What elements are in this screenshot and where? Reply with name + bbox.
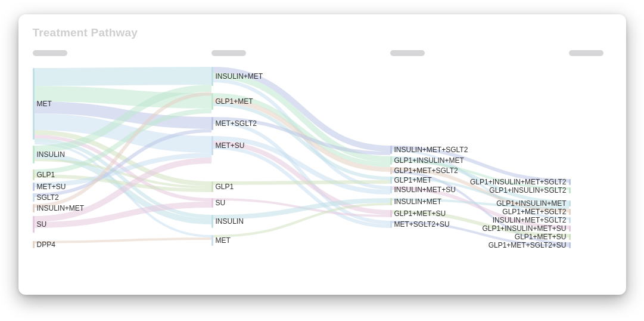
sankey-node-label: INSULIN+MET+SU xyxy=(394,186,456,193)
sankey-node-label: GLP1 xyxy=(216,183,234,190)
sankey-node[interactable]: MET+SU xyxy=(33,183,66,191)
sankey-node-label: GLP1+INSULIN+MET xyxy=(496,200,566,207)
sankey-node-bar xyxy=(390,177,392,184)
sankey-node[interactable]: GLP1+MET+SGLT2 xyxy=(502,209,570,215)
sankey-chart: METINSULINGLP1MET+SUSGLT2INSULIN+METSUDP… xyxy=(33,62,612,271)
sankey-node-bar xyxy=(33,68,35,140)
sankey-node[interactable]: GLP1+MET+SGLT2 xyxy=(390,167,458,174)
sankey-node[interactable]: INSULIN xyxy=(211,215,244,228)
sankey-node[interactable]: INSULIN+MET xyxy=(33,204,85,212)
sankey-node[interactable]: GLP1+INSULIN+SGLT2 xyxy=(489,187,570,193)
sankey-node-label: SU xyxy=(37,221,47,228)
sankey-node-label: GLP1+MET xyxy=(394,177,432,184)
sankey-node[interactable]: SU xyxy=(211,198,226,208)
sankey-node-label: MET xyxy=(37,100,52,107)
sankey-node-label: GLP1+INSULIN+MET+SU xyxy=(482,225,566,232)
sankey-node-bar xyxy=(211,198,213,208)
sankey-node-label: INSULIN+MET xyxy=(394,198,442,205)
sankey-node[interactable]: MET xyxy=(33,68,52,140)
sankey-node-bar xyxy=(211,215,213,228)
sankey-link xyxy=(35,122,211,144)
sankey-node-bar xyxy=(33,216,35,233)
sankey-node[interactable]: SGLT2 xyxy=(33,193,59,202)
sankey-node-bar xyxy=(390,167,392,174)
stage-headers xyxy=(33,50,612,58)
sankey-node-label: GLP1+MET xyxy=(216,98,253,105)
sankey-node[interactable]: MET xyxy=(211,235,231,246)
sankey-node-bar xyxy=(33,183,35,191)
sankey-node-label: GLP1+MET+SGLT2+SU xyxy=(489,242,567,249)
sankey-node[interactable]: GLP1 xyxy=(211,181,234,192)
sankey-node-label: GLP1+INSULIN+SGLT2 xyxy=(489,187,566,194)
sankey-node-label: INSULIN xyxy=(216,218,244,225)
sankey-link xyxy=(35,88,211,149)
sankey-node-bar xyxy=(33,193,35,202)
sankey-node-label: MET xyxy=(216,237,231,244)
sankey-node[interactable]: MET+SGLT2 xyxy=(211,117,257,130)
sankey-node[interactable]: INSULIN+MET+SGLT2 xyxy=(493,217,571,223)
sankey-node-bar xyxy=(569,200,571,206)
sankey-node-label: INSULIN+MET xyxy=(37,205,85,212)
sankey-node[interactable]: GLP1+INSULIN+MET+SGLT2 xyxy=(470,179,571,185)
sankey-link xyxy=(35,239,211,242)
sankey-node-bar xyxy=(569,226,571,232)
stage-header-1 xyxy=(33,50,67,56)
sankey-node-bar xyxy=(211,235,213,246)
sankey-node-label: INSULIN xyxy=(37,151,65,158)
sankey-node[interactable]: GLP1+MET+SU xyxy=(515,234,571,240)
sankey-node-bar xyxy=(211,93,213,110)
sankey-node[interactable]: MET+SU xyxy=(211,136,245,155)
sankey-node-bar xyxy=(390,156,392,165)
sankey-node[interactable]: GLP1+INSULIN+MET xyxy=(390,156,464,165)
sankey-node-bar xyxy=(390,186,392,193)
stage-header-4 xyxy=(569,50,603,56)
sankey-link xyxy=(35,76,211,77)
sankey-node[interactable]: DPP4 xyxy=(33,241,55,248)
sankey-node-bar xyxy=(390,198,392,205)
sankey-node-label: INSULIN+MET xyxy=(216,73,263,80)
sankey-node[interactable]: INSULIN xyxy=(33,146,65,163)
sankey-node-label: MET+SU xyxy=(37,183,66,190)
sankey-node[interactable]: SU xyxy=(33,216,47,233)
sankey-node[interactable]: INSULIN+MET xyxy=(390,198,442,205)
sankey-link xyxy=(35,94,211,101)
sankey-node-label: MET+SGLT2 xyxy=(216,120,257,127)
sankey-node-label: GLP1+MET+SGLT2 xyxy=(502,208,566,215)
sankey-node-bar xyxy=(211,67,213,86)
sankey-node-bar xyxy=(33,241,35,248)
sankey-node-bar xyxy=(211,136,213,155)
sankey-node[interactable]: GLP1+MET xyxy=(390,177,432,184)
sankey-link xyxy=(213,100,390,169)
sankey-node-bar xyxy=(33,146,35,163)
sankey-node[interactable]: GLP1+MET+SU xyxy=(390,210,446,217)
sankey-node-label: INSULIN+MET+SGLT2 xyxy=(493,217,567,224)
sankey-node-label: GLP1+MET+SU xyxy=(394,210,446,217)
sankey-link xyxy=(35,107,211,123)
sankey-node-label: SGLT2 xyxy=(37,194,59,201)
sankey-node-bar xyxy=(211,181,213,192)
sankey-node-label: SU xyxy=(216,199,226,206)
sankey-node-bar xyxy=(569,187,571,193)
sankey-node[interactable]: INSULIN+MET+SU xyxy=(390,186,456,193)
sankey-node-label: DPP4 xyxy=(37,241,55,248)
sankey-node[interactable]: GLP1+INSULIN+MET+SU xyxy=(482,226,570,232)
sankey-node[interactable]: MET+SGLT2+SU xyxy=(390,221,450,228)
sankey-node[interactable]: GLP1+INSULIN+MET xyxy=(496,200,570,206)
sankey-node-bar xyxy=(33,204,35,212)
sankey-node[interactable]: GLP1+MET+SGLT2+SU xyxy=(489,242,571,248)
sankey-node[interactable]: GLP1+MET xyxy=(211,93,253,110)
sankey-node-bar xyxy=(569,217,571,223)
sankey-node[interactable]: GLP1 xyxy=(33,169,55,180)
sankey-link xyxy=(213,199,390,216)
sankey-node[interactable]: INSULIN+MET xyxy=(211,67,263,86)
sankey-node[interactable]: INSULIN+MET+SGLT2 xyxy=(390,146,468,154)
sankey-node-bar xyxy=(390,146,392,154)
sankey-node-bar xyxy=(569,179,571,185)
sankey-node-bar xyxy=(569,209,571,215)
stage-header-2 xyxy=(211,50,246,56)
sankey-node-bar xyxy=(390,221,392,228)
sankey-node-label: INSULIN+MET+SGLT2 xyxy=(394,146,468,153)
sankey-node-label: GLP1+INSULIN+MET xyxy=(394,157,464,164)
sankey-node-bar xyxy=(569,234,571,240)
sankey-node-bar xyxy=(33,169,35,180)
